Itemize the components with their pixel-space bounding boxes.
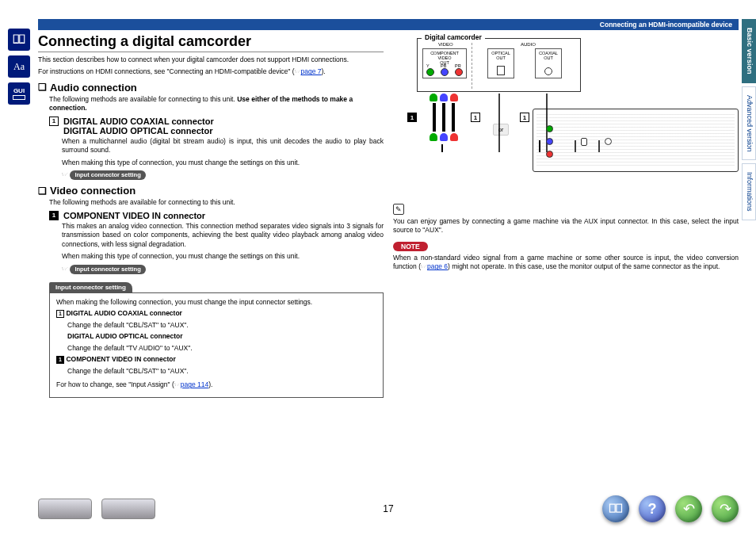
page-number: 17 [383,503,393,514]
video-intro: The following methods are available for … [49,198,384,207]
or-label: or [493,124,509,136]
badge-opt-white: 1 [471,113,480,122]
gui-icon[interactable]: GUI [8,82,30,105]
badge-cv-black: 1 [407,113,417,122]
tip-text: You can enjoy games by connecting a game… [393,217,739,235]
settings-box: When making the following connection, yo… [49,292,384,398]
link-page-114[interactable]: page 114 [181,380,208,388]
video-sub: 1COMPONENT VIDEO IN connector [49,211,384,220]
intro-2: For instructions on HDMI connections, se… [38,67,384,76]
box-item1-title: DIGITAL AUDIO COAXIAL connector [66,309,182,317]
note-label: NOTE [393,242,428,251]
receiver-box [533,109,739,172]
diagram-title: Digital camcorder [422,33,485,41]
left-nav: Aa GUI [8,29,30,109]
page-title: Connecting a digital camcorder [38,33,384,52]
connection-diagram: Digital camcorder VIDEO AUDIO COMPONENT … [393,33,739,196]
left-column: Connecting a digital camcorder This sect… [38,33,384,403]
box-item2-body: Change the default "TV AUDIO" to "AUX". [67,344,376,353]
pencil-icon: ✎ [393,204,404,215]
pointer-icon: ☞ [62,265,68,273]
breadcrumb-text: Connecting an HDMI-incompatible device [600,21,732,29]
pointer-icon: ☞ [62,170,68,178]
badge-coax-white: 1 [520,113,529,122]
book-icon[interactable] [8,29,30,51]
audio-body-2: When making this type of connection, you… [62,159,384,167]
video-body-1: This makes an analog video connection. T… [62,222,384,249]
box-item2-title: DIGITAL AUDIO OPTICAL connector [67,332,183,340]
box-item3-body: Change the default "CBL/SAT" to "AUX". [67,367,376,376]
video-body-2: When making this type of connection, you… [62,252,384,261]
camcorder-box: VIDEO AUDIO COMPONENT VIDEO OUT Y PB PR … [417,38,581,92]
device-rear-icon[interactable] [101,499,155,519]
next-page-button[interactable]: ↷ [712,495,739,522]
audio-intro: The following methods are available for … [49,95,384,113]
pill-input-connector-1: Input connector setting [70,170,145,180]
video-heading: ❏Video connection [38,185,384,197]
contents-button[interactable] [602,495,629,522]
tab-advanced-version[interactable]: Advanced version [742,86,756,161]
note-text: When a non-standard video signal from a … [393,254,739,272]
breadcrumb: Connecting an HDMI-incompatible device [38,19,739,30]
audio-sub-1: 1DIGITAL AUDIO COAXIAL connectorDIGITAL … [49,117,384,136]
bottom-nav: 17 ? ↶ ↷ [38,495,739,522]
help-button[interactable]: ? [639,495,666,522]
audio-body-1: When a multichannel audio (digital bit s… [62,137,384,155]
intro-1: This section describes how to connect wh… [38,55,384,64]
prev-page-button[interactable]: ↶ [675,495,702,522]
tab-basic-version[interactable]: Basic version [742,19,756,83]
right-column: Digital camcorder VIDEO AUDIO COMPONENT … [393,33,739,403]
link-page-6[interactable]: page 6 [427,262,448,270]
link-page-7[interactable]: page 7 [301,67,322,75]
right-tabs: Basic version Advanced version Informati… [742,19,756,224]
badge-1-white: 1 [49,117,59,126]
audio-heading: ❏Audio connection [38,82,384,94]
box-item1-body: Change the default "CBL/SAT" to "AUX". [67,321,376,330]
tab-informations[interactable]: Informations [742,163,756,220]
badge-1-black: 1 [49,211,59,220]
box-footer: For how to change, see "Input Assign" (☞… [56,380,376,389]
box-tab: Input connector setting [49,282,132,292]
pill-input-connector-2: Input connector setting [70,265,145,274]
device-front-icon[interactable] [38,499,92,519]
box-item3-title: COMPONENT VIDEO IN connector [66,355,175,363]
pointer-icon: ☞ [295,67,301,75]
glossary-icon[interactable]: Aa [8,55,30,78]
box-intro: When making the following connection, yo… [56,298,376,307]
